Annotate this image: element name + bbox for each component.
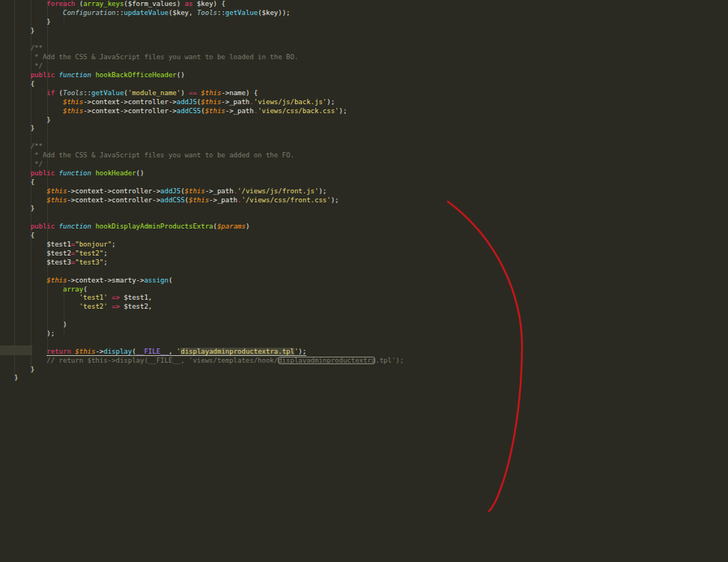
code-token: => [112,303,120,310]
code-line[interactable]: } [14,366,728,375]
code-line[interactable]: $test3="test3"; [14,259,728,268]
code-token [14,107,63,115]
code-token [14,89,46,97]
code-line[interactable]: $this->context->controller->addCSS($this… [14,107,728,116]
code-line[interactable]: */ [14,160,728,169]
code-token: /** [14,44,43,52]
code-line[interactable]: $test1="bonjour"; [14,241,728,250]
code-line[interactable]: public function hookBackOfficeHeader() [14,71,728,80]
code-token: $test3 [14,259,71,266]
code-token: ; [103,250,107,257]
code-token: 'test1' [79,294,108,301]
code-token: } [14,124,34,132]
code-line[interactable]: } [14,18,728,27]
code-token: updateValue [124,9,169,16]
code-line[interactable]: 'test1' => $test1, [14,294,728,303]
code-token: :: [115,9,124,16]
code-token: public [14,223,55,230]
code-token: "bonjour" [75,241,112,248]
code-line[interactable]: $this->context->controller->addJS($this-… [14,98,728,107]
code-token: } [14,374,18,381]
code-line[interactable]: { [14,80,728,89]
code-line[interactable]: if (Tools::getValue('module_name') == $t… [14,89,728,98]
code-token: $this [201,89,221,97]
code-token: Tools [197,9,217,16]
code-line[interactable]: } [14,205,728,214]
code-token: public [14,71,55,79]
code-token: == [189,89,197,97]
code-line[interactable]: 'test2' => $test2, [14,303,728,312]
code-token: ->context->controller-> [67,187,160,195]
code-token: ->context->controller-> [67,196,160,204]
code-line[interactable] [14,312,728,321]
code-token: * Add the CSS & JavaScript files you wan… [14,53,298,61]
code-token: $key) { [192,0,225,7]
code-token: ; [112,241,115,248]
code-line[interactable]: */ [14,62,728,71]
code-line[interactable]: array( [14,285,728,294]
code-line[interactable] [14,36,728,45]
code-line[interactable]: foreach (array_keys($form_values) as $ke… [14,0,728,9]
code-editor[interactable]: foreach (array_keys($form_values) as $ke… [0,0,728,383]
code-token: // return $this->display(__FILE__, 'view… [14,357,278,364]
code-token: $test2 [14,250,71,257]
code-token: return [46,348,71,356]
code-token: ->context->smarty-> [67,277,144,284]
code-token: ->_path [205,187,234,195]
code-token: ($form_values) [124,0,184,7]
code-token: */ [14,62,43,70]
code-line[interactable]: } [14,374,728,383]
code-token: ( [83,285,87,293]
code-token: $this [185,187,205,195]
code-token [14,196,46,204]
code-token [14,187,46,195]
code-token: $test1 [14,241,71,248]
code-line[interactable]: public function hookDisplayAdminProducts… [14,223,728,232]
code-token: { [14,232,34,239]
code-token: ( [75,0,83,7]
code-token: } [14,116,51,124]
code-token: $test1, [120,294,152,301]
code-token: ->name) { [221,89,258,97]
code-token: ->context->controller-> [83,107,177,115]
code-line[interactable]: return $this->display(__FILE__, 'display… [14,348,728,357]
code-line[interactable] [14,214,728,223]
code-line[interactable]: $this->context->controller->addJS($this-… [14,187,728,196]
code-line[interactable]: ) [14,321,728,330]
code-token [14,9,63,16]
code-token: hookBackOfficeHeader [91,71,177,79]
code-token: 'views/css/back.css' [258,107,339,115]
code-line[interactable]: } [14,116,728,125]
code-token: ($key)); [258,9,290,16]
code-line[interactable]: } [14,124,728,133]
code-line[interactable]: ); [14,330,728,339]
code-token [14,294,79,301]
code-token: $this [201,98,221,106]
code-line[interactable]: { [14,232,728,241]
code-line[interactable]: $this->context->controller->addCSS($this… [14,196,728,205]
code-line[interactable] [14,339,728,348]
code-line[interactable] [14,133,728,142]
code-token: ->_path [209,196,237,204]
code-token: -> [95,348,103,356]
code-line[interactable]: Configuration::updateValue($key, Tools::… [14,9,728,18]
code-token: addCSS [177,107,201,115]
code-line[interactable]: * Add the CSS & JavaScript files you wan… [14,53,728,62]
code-line[interactable]: } [14,27,728,36]
code-token: $this [63,98,83,106]
code-line[interactable]: $this->context->smarty->assign( [14,277,728,285]
code-token: ) [14,321,67,328]
code-token: $this [75,348,95,356]
code-token [14,285,63,293]
code-line[interactable]: * Add the CSS & JavaScript files you wan… [14,151,728,160]
code-line[interactable]: public function hookHeader() [14,169,728,178]
code-token: $test2, [120,303,152,310]
code-line[interactable]: // return $this->display(__FILE__, 'view… [14,357,728,366]
code-line[interactable]: { [14,178,728,187]
code-token: ->_path [221,98,249,106]
code-line[interactable] [14,268,728,277]
code-line[interactable]: /** [14,142,728,151]
code-line[interactable]: $test2="test2"; [14,250,728,259]
code-line[interactable]: /** [14,44,728,53]
code-editor-viewport: foreach (array_keys($form_values) as $ke… [0,0,728,562]
